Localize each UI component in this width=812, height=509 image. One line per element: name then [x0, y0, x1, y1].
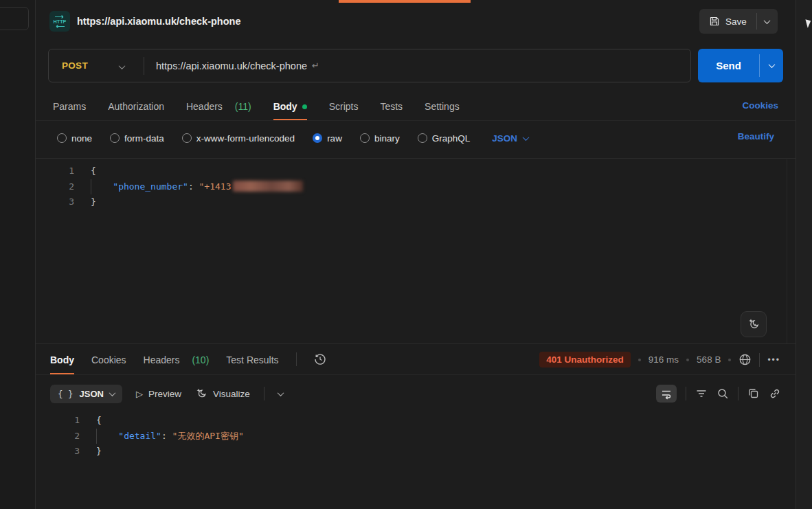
chevron-down-icon [764, 17, 771, 24]
format-label: JSON [80, 389, 104, 399]
sidebar-collapsed-item[interactable] [0, 7, 29, 30]
code-token: } [96, 446, 102, 456]
tab-params[interactable]: Params [53, 91, 86, 120]
copy-button[interactable] [747, 387, 760, 400]
response-history-button[interactable] [314, 353, 326, 365]
chevron-down-icon [768, 61, 775, 68]
postman-app: HTTP https://api.xiaomu.uk/check-phone S… [0, 0, 812, 509]
body-modified-dot [302, 104, 307, 109]
search-icon [717, 387, 729, 400]
tab-tests[interactable]: Tests [380, 91, 403, 120]
language-label: JSON [492, 133, 517, 144]
icons-divider [738, 387, 738, 400]
method-dropdown-button[interactable] [120, 60, 124, 72]
response-status-cluster: 401 Unauthorized 916 ms 568 B ••• [539, 344, 780, 375]
send-options-button[interactable] [760, 49, 783, 82]
mode-raw[interactable]: raw [313, 133, 342, 144]
mode-x-www-form-urlencoded[interactable]: x-www-form-urlencoded [182, 133, 295, 144]
svg-text:HTTP: HTTP [54, 19, 67, 25]
code-line: 2 "detail": "无效的API密钥" [36, 429, 787, 444]
response-format-dropdown[interactable]: { } JSON [50, 385, 122, 403]
radio-icon [418, 133, 427, 143]
mode-label: none [71, 133, 92, 144]
wrap-text-button[interactable] [656, 385, 677, 403]
left-sidebar-rail[interactable] [0, 0, 36, 509]
link-icon [769, 387, 781, 400]
save-options-button[interactable] [757, 9, 778, 34]
response-tab-cookies[interactable]: Cookies [91, 344, 126, 374]
language-dropdown[interactable]: JSON [492, 133, 528, 144]
status-badge[interactable]: 401 Unauthorized [539, 352, 631, 367]
request-editor-scrollbar[interactable] [787, 159, 795, 343]
enter-hint-icon: ↵ [312, 60, 319, 71]
mode-graphql[interactable]: GraphQL [418, 133, 471, 144]
mode-none[interactable]: none [57, 133, 92, 144]
code-line: 1{ [36, 413, 787, 429]
code-token: : [161, 431, 172, 441]
radio-icon [360, 133, 370, 143]
response-tab-body[interactable]: Body [50, 344, 74, 374]
redacted-value [233, 181, 303, 192]
save-button-label: Save [725, 16, 747, 27]
tab-headers[interactable]: Headers (11) [186, 91, 251, 120]
method-selector[interactable]: POST [49, 60, 88, 71]
request-body-editor[interactable]: 1{2 "phone_number": "+14133} [36, 159, 787, 343]
save-split-button: Save [699, 9, 778, 34]
send-button[interactable]: Send [698, 49, 759, 82]
postbot-button[interactable] [741, 311, 767, 337]
code-token: "detail" [118, 431, 161, 441]
save-button[interactable]: Save [699, 9, 756, 34]
search-button[interactable] [717, 387, 729, 400]
line-number: 3 [36, 444, 80, 460]
response-tab-headers[interactable]: Headers (10) [144, 344, 210, 374]
tab-body[interactable]: Body [273, 91, 307, 120]
filter-button[interactable] [695, 387, 708, 400]
globe-icon [738, 353, 752, 366]
braces-icon: { } [58, 389, 74, 399]
beautify-link[interactable]: Beautify [738, 131, 774, 142]
more-options-button[interactable]: ••• [767, 355, 780, 365]
tab-label: Test Results [226, 354, 278, 365]
chevron-down-icon [523, 134, 530, 141]
visualize-button[interactable]: Visualize [195, 387, 250, 400]
code-token: "phone_number" [113, 181, 188, 192]
right-sidebar-rail[interactable] [796, 0, 812, 509]
tab-label: Body [50, 354, 74, 365]
chevron-down-icon [119, 63, 126, 69]
mode-binary[interactable]: binary [360, 133, 400, 144]
tab-authorization[interactable]: Authorization [108, 91, 164, 120]
preview-label: Preview [148, 389, 181, 399]
response-body-editor[interactable]: 1{2 "detail": "无效的API密钥"3} [36, 409, 787, 509]
tab-scripts[interactable]: Scripts [329, 91, 359, 120]
url-input[interactable]: https://api.xiaomu.uk/check-phone [156, 60, 307, 71]
tab-label: Tests [380, 101, 403, 112]
cookies-link[interactable]: Cookies [742, 100, 778, 111]
line-number: 2 [36, 179, 74, 195]
preview-button[interactable]: ▷ Preview [136, 389, 181, 399]
response-tab-test-results[interactable]: Test Results [226, 344, 278, 374]
response-time[interactable]: 916 ms [649, 354, 679, 365]
visualize-sparkle-icon [195, 387, 207, 400]
line-number: 1 [36, 163, 74, 179]
url-divider [144, 57, 144, 75]
icons-divider [686, 387, 686, 400]
tab-settings[interactable]: Settings [425, 91, 460, 120]
response-size[interactable]: 568 B [697, 354, 721, 365]
radio-icon [110, 133, 120, 143]
send-split-button: Send [698, 49, 783, 82]
request-code: 1{2 "phone_number": "+14133} [36, 163, 787, 210]
radio-icon [57, 133, 67, 143]
network-info-button[interactable] [738, 353, 752, 366]
toolbar-chevron-button[interactable] [277, 389, 284, 396]
link-button[interactable] [769, 387, 781, 400]
preview-icon: ▷ [136, 389, 143, 399]
visualize-label: Visualize [213, 389, 250, 399]
postbot-sparkle-icon [747, 317, 760, 331]
mode-label: raw [327, 133, 342, 144]
mode-label: x-www-form-urlencoded [196, 133, 295, 144]
tab-label: Cookies [91, 354, 126, 365]
response-tabs: Body Cookies Headers (10) Test Results 4… [36, 344, 796, 375]
tab-label: Authorization [108, 101, 164, 112]
mode-form-data[interactable]: form-data [110, 133, 164, 144]
mode-label: binary [374, 133, 400, 144]
